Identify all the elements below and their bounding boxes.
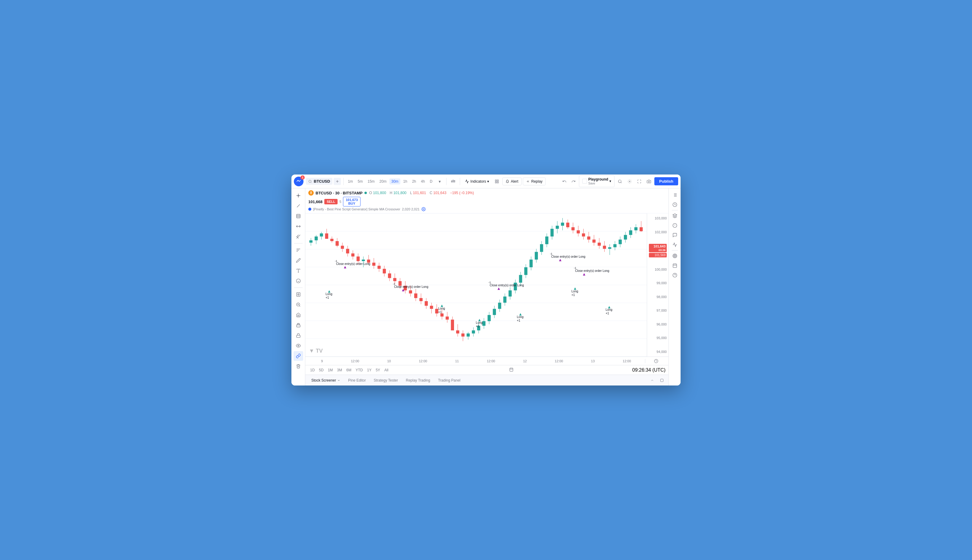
sell-button[interactable]: SELL	[324, 199, 338, 204]
tf-15m[interactable]: 15m	[366, 178, 376, 185]
tradingview-logo[interactable]	[294, 177, 303, 186]
indicators-button[interactable]: Indicators ▾	[462, 178, 492, 185]
chart-area: ₿ BTCUSD · 30 · BITSTAMP O 101,800 H 101…	[305, 188, 669, 385]
tf-5d-button[interactable]: 5D	[317, 367, 325, 373]
tab-stock-screener[interactable]: Stock Screener	[308, 377, 344, 384]
playground-button[interactable]: Playground Save ▾	[579, 175, 614, 187]
gann-tool[interactable]	[294, 232, 303, 242]
symbol-search[interactable]: BTCUSD	[306, 178, 333, 185]
indicators-dropdown-icon: ▾	[487, 179, 489, 183]
tab-strategy-tester[interactable]: Strategy Tester	[370, 377, 402, 384]
calendar-rs-icon[interactable]	[671, 261, 679, 270]
measure-tool[interactable]	[294, 222, 303, 231]
maximize-panel-button[interactable]	[657, 376, 666, 385]
candlestick-chart[interactable]	[305, 213, 647, 357]
buy-button[interactable]: 101,673 BUY	[343, 197, 360, 207]
tf-1d-button[interactable]: 1D	[308, 367, 316, 373]
chart-type-button[interactable]	[449, 177, 457, 186]
tf-4h[interactable]: 4h	[419, 178, 427, 185]
svg-point-28	[298, 345, 299, 346]
time-1200-3: 12:00	[487, 359, 495, 363]
time-labels: 9 12:00 10 12:00 11 12:00 12 12:00 13 12…	[307, 359, 645, 363]
calendar-icon[interactable]	[509, 367, 514, 373]
tf-2h[interactable]: 2h	[410, 178, 418, 185]
line-tool[interactable]	[294, 201, 303, 211]
mid-number: 5	[340, 200, 341, 203]
chat-icon[interactable]	[671, 231, 679, 239]
paint-tool[interactable]	[294, 320, 303, 330]
svg-point-47	[673, 254, 677, 258]
svg-line-14	[297, 204, 299, 207]
lock-tool[interactable]	[294, 331, 303, 340]
playground-save-text: Playground Save	[588, 177, 608, 185]
alert-button[interactable]: Alert	[502, 178, 522, 185]
tf-1y-button[interactable]: 1Y	[365, 367, 373, 373]
svg-marker-43	[673, 214, 677, 216]
tf-d[interactable]: D	[428, 178, 434, 185]
utc-time: 09:26:34 (UTC)	[632, 367, 666, 373]
tf-ytd-button[interactable]: YTD	[354, 367, 365, 373]
symbol-row: ₿ BTCUSD · 30 · BITSTAMP O 101,800 H 101…	[308, 190, 666, 196]
redo-button[interactable]	[569, 177, 578, 186]
tab-trading-panel[interactable]: Trading Panel	[434, 377, 464, 384]
open-item: O 101,800	[369, 191, 386, 195]
watchlist-icon[interactable]	[671, 191, 679, 199]
tf-1m-button[interactable]: 1M	[326, 367, 335, 373]
tf-1m[interactable]: 1m	[346, 178, 355, 185]
measure-price-tool[interactable]	[294, 290, 303, 299]
indicator-settings-icon[interactable]	[422, 207, 426, 211]
fib-tool[interactable]	[294, 245, 303, 255]
add-symbol-button[interactable]: +	[334, 178, 341, 185]
tf-6m-button[interactable]: 6M	[345, 367, 353, 373]
settings-button[interactable]	[626, 177, 634, 186]
time-settings-icon[interactable]	[654, 359, 658, 363]
sell-buy-row: 101,668 SELL 5 101,673 BUY	[308, 197, 666, 207]
tf-5m[interactable]: 5m	[356, 178, 365, 185]
tf-1h[interactable]: 1h	[402, 178, 409, 185]
tf-30m[interactable]: 30m	[390, 178, 400, 185]
pencil-tool[interactable]	[294, 256, 303, 265]
chart-canvas[interactable]: 103,000 102,000 101,64303:26 101,569 100…	[305, 213, 669, 357]
tf-20m[interactable]: 20m	[378, 178, 388, 185]
replay-button[interactable]: Replay	[523, 178, 546, 185]
tf-dropdown-button[interactable]: ▾	[435, 177, 444, 186]
svg-rect-7	[497, 182, 499, 183]
emoji-tool[interactable]	[294, 276, 303, 286]
search-chart-button[interactable]	[616, 177, 624, 186]
minimize-panel-button[interactable]	[648, 376, 656, 385]
ideas-icon[interactable]	[671, 221, 679, 230]
eye-tool[interactable]	[294, 341, 303, 350]
tf-3m-button[interactable]: 3M	[335, 367, 344, 373]
tf-5y-button[interactable]: 5Y	[374, 367, 382, 373]
time-12: 12	[523, 359, 527, 363]
svg-rect-27	[296, 335, 300, 337]
tf-all-button[interactable]: All	[383, 367, 390, 373]
tab-replay-trading[interactable]: Replay Trading	[402, 377, 434, 384]
chart-header: ₿ BTCUSD · 30 · BITSTAMP O 101,800 H 101…	[305, 188, 669, 213]
layout-tool[interactable]	[294, 211, 303, 221]
undo-button[interactable]	[560, 177, 569, 186]
layers-icon[interactable]	[671, 212, 679, 220]
publish-button[interactable]: Publish	[654, 177, 678, 185]
alert-label: Alert	[511, 179, 518, 183]
signal-icon[interactable]	[671, 240, 679, 249]
help-icon[interactable]	[671, 271, 679, 279]
crosshair-tool[interactable]	[294, 191, 303, 200]
high-item: H 101,800	[390, 191, 407, 195]
buy-label: BUY	[348, 202, 355, 205]
home-tool[interactable]	[294, 310, 303, 320]
zoom-tool[interactable]	[294, 300, 303, 310]
alerts-icon[interactable]	[671, 200, 679, 209]
live-dot	[365, 192, 367, 194]
indicator-name: [Pineify - Best Pine Script Generator] S…	[313, 207, 400, 211]
target-icon[interactable]	[671, 252, 679, 260]
fullscreen-button[interactable]	[635, 177, 644, 186]
templates-button[interactable]	[493, 177, 501, 186]
link-tool[interactable]	[294, 351, 303, 361]
tab-pine-editor[interactable]: Pine Editor	[345, 377, 370, 384]
trash-tool[interactable]	[294, 362, 303, 371]
text-tool[interactable]	[294, 266, 303, 275]
svg-point-20	[296, 279, 300, 283]
svg-point-0	[309, 180, 311, 182]
snapshot-button[interactable]	[645, 177, 653, 186]
